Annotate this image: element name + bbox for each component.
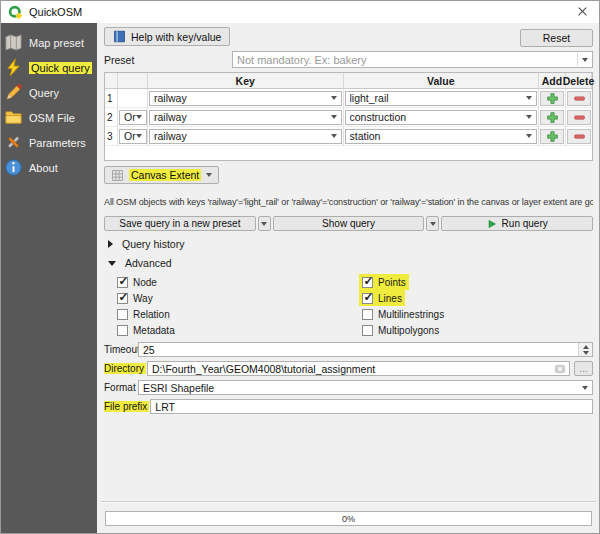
checkbox-lines[interactable]: Lines	[359, 290, 405, 306]
file-prefix-input[interactable]	[151, 400, 592, 413]
operator-cell	[118, 89, 148, 108]
show-query-button[interactable]: Show query	[273, 216, 425, 231]
query-history-section[interactable]: Query history	[104, 238, 593, 250]
advanced-options-grid: Node Points Way Lines Relation	[114, 274, 593, 338]
info-icon	[4, 158, 23, 177]
timeout-row: Timeout	[104, 342, 593, 357]
preset-label: Preset	[104, 54, 232, 66]
spinner-buttons[interactable]	[578, 343, 592, 356]
help-key-value-button[interactable]: Help with key/value	[104, 27, 230, 46]
plus-icon	[546, 130, 559, 143]
value-combobox[interactable]: light_rail	[345, 91, 538, 106]
bottom-divider	[101, 501, 596, 503]
sidebar-item-map-preset[interactable]: Map preset	[1, 30, 97, 55]
browse-directory-button[interactable]: …	[574, 361, 593, 376]
column-header-delete: Delete	[566, 73, 592, 89]
delete-row-button[interactable]	[567, 129, 591, 144]
advanced-section[interactable]: Advanced	[104, 257, 593, 269]
help-book-icon	[113, 30, 126, 43]
sidebar-item-query[interactable]: Query	[1, 80, 97, 105]
sidebar-item-about[interactable]: About	[1, 155, 97, 180]
delete-row-button[interactable]	[567, 110, 591, 125]
extent-dropdown-button[interactable]: Canvas Extent	[104, 166, 219, 184]
save-preset-button[interactable]: Save query in a new preset	[104, 216, 256, 231]
extent-row: Canvas Extent	[104, 166, 593, 184]
format-row: Format ESRI Shapefile	[104, 380, 593, 395]
checkbox-node[interactable]: Node	[114, 274, 160, 290]
key-combobox[interactable]: railway	[149, 91, 342, 106]
sidebar-label: Quick query	[29, 62, 92, 74]
preset-combobox[interactable]: Not mandatory. Ex: bakery	[232, 51, 593, 68]
value-combobox[interactable]: construction	[345, 110, 538, 125]
sidebar-label: Parameters	[29, 137, 86, 149]
checkbox-way[interactable]: Way	[114, 290, 156, 306]
timeout-input[interactable]	[139, 343, 578, 356]
checkbox-points[interactable]: Points	[359, 274, 409, 290]
close-icon[interactable]	[573, 3, 591, 21]
extent-grid-icon	[111, 169, 124, 182]
reset-button-label: Reset	[543, 32, 570, 44]
plus-icon	[546, 111, 559, 124]
show-query-dropdown-button[interactable]	[426, 216, 439, 231]
row-number: 1	[105, 89, 118, 108]
title-bar: QuickOSM	[1, 1, 599, 23]
window-title: QuickOSM	[29, 6, 82, 18]
key-combobox[interactable]: railway	[149, 129, 342, 144]
reset-button[interactable]: Reset	[520, 29, 593, 47]
operator-combobox[interactable]: Or	[119, 129, 147, 144]
progress-bar: 0%	[105, 511, 592, 526]
row-number: 3	[105, 127, 118, 146]
checked-checkbox-icon	[362, 293, 373, 304]
qgis-logo-icon	[8, 5, 23, 20]
operator-combobox[interactable]: Or	[119, 110, 147, 125]
sidebar-label: Map preset	[29, 37, 84, 49]
directory-input[interactable]	[148, 362, 554, 375]
unchecked-checkbox-icon	[362, 325, 373, 336]
checked-checkbox-icon	[362, 277, 373, 288]
unchecked-checkbox-icon	[117, 325, 128, 336]
chevron-down-icon	[582, 58, 588, 62]
key-combobox[interactable]: railway	[149, 110, 342, 125]
add-row-button[interactable]	[540, 129, 564, 144]
sidebar-label: About	[29, 162, 58, 174]
chevron-down-icon	[136, 115, 142, 119]
unchecked-checkbox-icon	[117, 309, 128, 320]
main-panel: Help with key/value Reset Preset Not man…	[97, 23, 599, 533]
clear-field-icon[interactable]	[554, 363, 566, 375]
run-query-button[interactable]: Run query	[441, 216, 593, 231]
chevron-down-icon	[331, 96, 337, 100]
top-row: Help with key/value Reset	[104, 27, 593, 47]
expanded-arrow-icon	[108, 261, 116, 266]
file-prefix-label: File prefix	[104, 401, 149, 412]
chevron-down-icon	[261, 222, 267, 226]
checkbox-multipolygons[interactable]: Multipolygons	[359, 322, 442, 338]
column-header-key: Key	[148, 73, 344, 89]
value-combobox[interactable]: station	[345, 129, 538, 144]
checkbox-metadata[interactable]: Metadata	[114, 322, 178, 338]
chevron-down-icon	[136, 134, 142, 138]
query-table: Key Value Add Delete 1 railway light_rai…	[104, 72, 593, 161]
format-combobox[interactable]: ESRI Shapefile	[138, 380, 593, 395]
minus-icon	[573, 130, 586, 143]
checkbox-relation[interactable]: Relation	[114, 306, 173, 322]
save-preset-dropdown-button[interactable]	[258, 216, 271, 231]
map-icon	[4, 33, 23, 52]
chevron-down-icon	[430, 222, 436, 226]
add-row-button[interactable]	[540, 91, 564, 106]
add-row-button[interactable]	[540, 110, 564, 125]
sidebar-item-osm-file[interactable]: OSM File	[1, 105, 97, 130]
timeout-label: Timeout	[104, 344, 137, 355]
folder-icon	[4, 108, 23, 127]
chevron-down-icon	[526, 115, 532, 119]
directory-label: Directory	[104, 363, 146, 374]
delete-row-button[interactable]	[567, 91, 591, 106]
format-value: ESRI Shapefile	[143, 382, 582, 394]
help-button-label: Help with key/value	[131, 31, 221, 43]
sidebar-item-parameters[interactable]: Parameters	[1, 130, 97, 155]
checkbox-multilinestrings[interactable]: Multilinestrings	[359, 306, 447, 322]
column-header-value: Value	[344, 73, 540, 89]
format-label: Format	[104, 382, 137, 393]
sidebar-item-quick-query[interactable]: Quick query	[1, 55, 97, 80]
preset-row: Preset Not mandatory. Ex: bakery	[104, 51, 593, 68]
pencil-icon	[4, 83, 23, 102]
